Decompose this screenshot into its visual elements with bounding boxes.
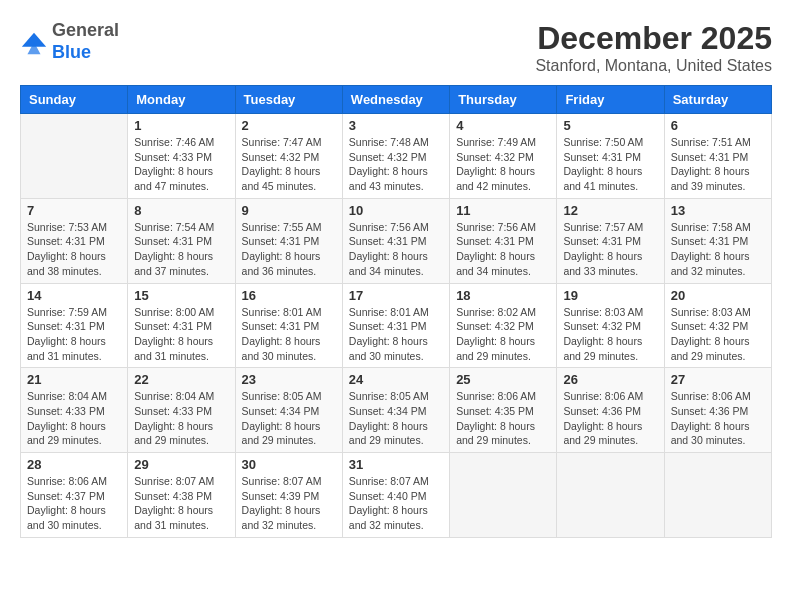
weekday-header-saturday: Saturday <box>664 86 771 114</box>
day-number: 1 <box>134 118 228 133</box>
calendar-cell <box>21 114 128 199</box>
calendar-cell: 10Sunrise: 7:56 AMSunset: 4:31 PMDayligh… <box>342 198 449 283</box>
day-info: Sunrise: 8:01 AMSunset: 4:31 PMDaylight:… <box>349 305 443 364</box>
day-info: Sunrise: 7:59 AMSunset: 4:31 PMDaylight:… <box>27 305 121 364</box>
month-title: December 2025 <box>535 20 772 57</box>
day-number: 16 <box>242 288 336 303</box>
day-info: Sunrise: 7:49 AMSunset: 4:32 PMDaylight:… <box>456 135 550 194</box>
day-info: Sunrise: 7:48 AMSunset: 4:32 PMDaylight:… <box>349 135 443 194</box>
day-number: 11 <box>456 203 550 218</box>
day-number: 10 <box>349 203 443 218</box>
calendar-cell <box>557 453 664 538</box>
day-number: 29 <box>134 457 228 472</box>
calendar-cell: 31Sunrise: 8:07 AMSunset: 4:40 PMDayligh… <box>342 453 449 538</box>
day-info: Sunrise: 7:57 AMSunset: 4:31 PMDaylight:… <box>563 220 657 279</box>
day-number: 9 <box>242 203 336 218</box>
day-info: Sunrise: 8:06 AMSunset: 4:36 PMDaylight:… <box>563 389 657 448</box>
day-info: Sunrise: 7:54 AMSunset: 4:31 PMDaylight:… <box>134 220 228 279</box>
calendar-cell: 27Sunrise: 8:06 AMSunset: 4:36 PMDayligh… <box>664 368 771 453</box>
day-number: 4 <box>456 118 550 133</box>
day-info: Sunrise: 7:58 AMSunset: 4:31 PMDaylight:… <box>671 220 765 279</box>
calendar-cell: 28Sunrise: 8:06 AMSunset: 4:37 PMDayligh… <box>21 453 128 538</box>
calendar-cell: 2Sunrise: 7:47 AMSunset: 4:32 PMDaylight… <box>235 114 342 199</box>
day-info: Sunrise: 7:55 AMSunset: 4:31 PMDaylight:… <box>242 220 336 279</box>
calendar-cell: 14Sunrise: 7:59 AMSunset: 4:31 PMDayligh… <box>21 283 128 368</box>
calendar-cell: 25Sunrise: 8:06 AMSunset: 4:35 PMDayligh… <box>450 368 557 453</box>
calendar-cell: 18Sunrise: 8:02 AMSunset: 4:32 PMDayligh… <box>450 283 557 368</box>
day-number: 24 <box>349 372 443 387</box>
day-number: 15 <box>134 288 228 303</box>
day-info: Sunrise: 8:03 AMSunset: 4:32 PMDaylight:… <box>563 305 657 364</box>
calendar-cell: 7Sunrise: 7:53 AMSunset: 4:31 PMDaylight… <box>21 198 128 283</box>
calendar-cell: 13Sunrise: 7:58 AMSunset: 4:31 PMDayligh… <box>664 198 771 283</box>
weekday-header-tuesday: Tuesday <box>235 86 342 114</box>
weekday-header-friday: Friday <box>557 86 664 114</box>
calendar-cell: 29Sunrise: 8:07 AMSunset: 4:38 PMDayligh… <box>128 453 235 538</box>
calendar-cell: 9Sunrise: 7:55 AMSunset: 4:31 PMDaylight… <box>235 198 342 283</box>
calendar-cell: 22Sunrise: 8:04 AMSunset: 4:33 PMDayligh… <box>128 368 235 453</box>
calendar-week-row: 1Sunrise: 7:46 AMSunset: 4:33 PMDaylight… <box>21 114 772 199</box>
weekday-header-monday: Monday <box>128 86 235 114</box>
calendar-cell: 15Sunrise: 8:00 AMSunset: 4:31 PMDayligh… <box>128 283 235 368</box>
calendar-cell: 8Sunrise: 7:54 AMSunset: 4:31 PMDaylight… <box>128 198 235 283</box>
calendar-cell: 24Sunrise: 8:05 AMSunset: 4:34 PMDayligh… <box>342 368 449 453</box>
day-info: Sunrise: 7:46 AMSunset: 4:33 PMDaylight:… <box>134 135 228 194</box>
page-header: General Blue December 2025 Stanford, Mon… <box>20 20 772 75</box>
day-info: Sunrise: 7:51 AMSunset: 4:31 PMDaylight:… <box>671 135 765 194</box>
day-info: Sunrise: 7:53 AMSunset: 4:31 PMDaylight:… <box>27 220 121 279</box>
day-number: 28 <box>27 457 121 472</box>
calendar-cell: 11Sunrise: 7:56 AMSunset: 4:31 PMDayligh… <box>450 198 557 283</box>
day-info: Sunrise: 7:56 AMSunset: 4:31 PMDaylight:… <box>349 220 443 279</box>
day-info: Sunrise: 8:04 AMSunset: 4:33 PMDaylight:… <box>134 389 228 448</box>
day-info: Sunrise: 8:02 AMSunset: 4:32 PMDaylight:… <box>456 305 550 364</box>
calendar-cell: 12Sunrise: 7:57 AMSunset: 4:31 PMDayligh… <box>557 198 664 283</box>
logo-general-text: General <box>52 20 119 40</box>
logo-icon <box>20 28 48 56</box>
day-number: 3 <box>349 118 443 133</box>
calendar-cell: 1Sunrise: 7:46 AMSunset: 4:33 PMDaylight… <box>128 114 235 199</box>
day-number: 31 <box>349 457 443 472</box>
calendar-cell: 4Sunrise: 7:49 AMSunset: 4:32 PMDaylight… <box>450 114 557 199</box>
day-number: 26 <box>563 372 657 387</box>
weekday-header-sunday: Sunday <box>21 86 128 114</box>
day-info: Sunrise: 8:03 AMSunset: 4:32 PMDaylight:… <box>671 305 765 364</box>
calendar-cell: 30Sunrise: 8:07 AMSunset: 4:39 PMDayligh… <box>235 453 342 538</box>
day-number: 14 <box>27 288 121 303</box>
day-info: Sunrise: 8:01 AMSunset: 4:31 PMDaylight:… <box>242 305 336 364</box>
calendar-table: SundayMondayTuesdayWednesdayThursdayFrid… <box>20 85 772 538</box>
day-info: Sunrise: 8:07 AMSunset: 4:38 PMDaylight:… <box>134 474 228 533</box>
calendar-cell <box>664 453 771 538</box>
calendar-cell: 26Sunrise: 8:06 AMSunset: 4:36 PMDayligh… <box>557 368 664 453</box>
calendar-cell: 20Sunrise: 8:03 AMSunset: 4:32 PMDayligh… <box>664 283 771 368</box>
day-number: 13 <box>671 203 765 218</box>
calendar-cell: 19Sunrise: 8:03 AMSunset: 4:32 PMDayligh… <box>557 283 664 368</box>
day-info: Sunrise: 7:56 AMSunset: 4:31 PMDaylight:… <box>456 220 550 279</box>
calendar-cell: 16Sunrise: 8:01 AMSunset: 4:31 PMDayligh… <box>235 283 342 368</box>
calendar-cell: 5Sunrise: 7:50 AMSunset: 4:31 PMDaylight… <box>557 114 664 199</box>
day-info: Sunrise: 8:06 AMSunset: 4:36 PMDaylight:… <box>671 389 765 448</box>
day-info: Sunrise: 8:00 AMSunset: 4:31 PMDaylight:… <box>134 305 228 364</box>
day-number: 23 <box>242 372 336 387</box>
day-number: 30 <box>242 457 336 472</box>
title-section: December 2025 Stanford, Montana, United … <box>535 20 772 75</box>
day-info: Sunrise: 7:47 AMSunset: 4:32 PMDaylight:… <box>242 135 336 194</box>
day-number: 12 <box>563 203 657 218</box>
day-number: 7 <box>27 203 121 218</box>
day-number: 22 <box>134 372 228 387</box>
weekday-header-row: SundayMondayTuesdayWednesdayThursdayFrid… <box>21 86 772 114</box>
calendar-cell: 6Sunrise: 7:51 AMSunset: 4:31 PMDaylight… <box>664 114 771 199</box>
day-info: Sunrise: 8:06 AMSunset: 4:35 PMDaylight:… <box>456 389 550 448</box>
day-info: Sunrise: 8:07 AMSunset: 4:40 PMDaylight:… <box>349 474 443 533</box>
day-number: 19 <box>563 288 657 303</box>
calendar-cell: 23Sunrise: 8:05 AMSunset: 4:34 PMDayligh… <box>235 368 342 453</box>
calendar-cell: 17Sunrise: 8:01 AMSunset: 4:31 PMDayligh… <box>342 283 449 368</box>
weekday-header-thursday: Thursday <box>450 86 557 114</box>
day-number: 20 <box>671 288 765 303</box>
calendar-cell: 3Sunrise: 7:48 AMSunset: 4:32 PMDaylight… <box>342 114 449 199</box>
day-number: 5 <box>563 118 657 133</box>
day-number: 18 <box>456 288 550 303</box>
calendar-week-row: 14Sunrise: 7:59 AMSunset: 4:31 PMDayligh… <box>21 283 772 368</box>
day-number: 6 <box>671 118 765 133</box>
logo-blue-text: Blue <box>52 42 91 62</box>
location: Stanford, Montana, United States <box>535 57 772 75</box>
